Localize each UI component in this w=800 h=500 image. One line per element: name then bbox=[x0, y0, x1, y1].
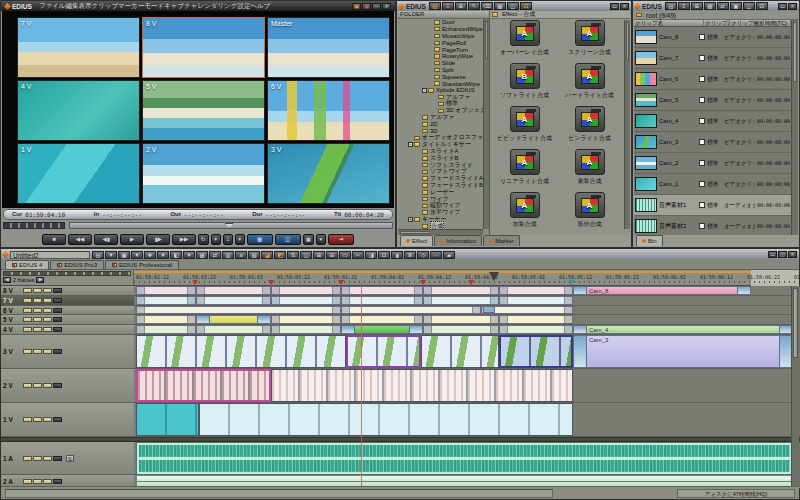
track-header[interactable]: 8 V bbox=[1, 286, 134, 296]
track-mode-button[interactable] bbox=[53, 479, 62, 484]
bin-toolbar-button[interactable]: ⊡ bbox=[756, 2, 768, 10]
timeline-clip[interactable]: Cam_3 bbox=[573, 335, 793, 368]
bin-toolbar-button[interactable]: ▤ bbox=[665, 2, 677, 10]
sequence-tab[interactable]: EDIUS Professional bbox=[105, 260, 179, 269]
track-mode-button[interactable] bbox=[53, 298, 62, 303]
timeline-toolbar-button[interactable]: ✂ bbox=[352, 251, 364, 259]
position-slider-thumb[interactable] bbox=[225, 223, 234, 229]
timeline-toolbar-button[interactable]: ▥ bbox=[222, 251, 234, 259]
column-clip-name[interactable]: クリップ名 bbox=[634, 20, 704, 26]
timeline-clip[interactable] bbox=[423, 296, 499, 305]
bin-toolbar-button[interactable]: ▦ bbox=[704, 2, 716, 10]
bin-toolbar-button[interactable]: ◫ bbox=[743, 2, 755, 10]
track-lock-button[interactable] bbox=[33, 288, 42, 293]
menu-item[interactable]: ヘルプ bbox=[250, 2, 270, 9]
camera-preview-cell[interactable]: 6 V bbox=[267, 80, 390, 141]
clip-checkbox[interactable] bbox=[699, 118, 705, 124]
bin-clip-row[interactable]: Cam_6 標準 ビデオクリップ 00:00:08:00 bbox=[634, 69, 791, 90]
track-header[interactable]: 6 V bbox=[1, 306, 134, 315]
tree-vertical-scrollbar[interactable] bbox=[483, 19, 489, 229]
timeline-clip[interactable] bbox=[136, 296, 196, 305]
palette-toolbar-button[interactable]: ✎ bbox=[468, 2, 480, 10]
track-mode-button[interactable] bbox=[53, 327, 62, 332]
timeline-clip[interactable] bbox=[499, 286, 573, 295]
timeline-clip[interactable] bbox=[341, 315, 423, 324]
transport-button[interactable]: ■ bbox=[42, 234, 66, 245]
transport-button[interactable]: ◀▮ bbox=[94, 234, 118, 245]
menu-item[interactable]: 設定 bbox=[237, 2, 250, 9]
window-control-button[interactable]: ▭ bbox=[610, 3, 619, 10]
tree-item[interactable]: MosaicWipe bbox=[398, 33, 483, 40]
track-patch-button[interactable] bbox=[43, 456, 52, 461]
timeline-clip[interactable] bbox=[271, 325, 341, 334]
tree-item[interactable]: PageRoll bbox=[398, 39, 483, 46]
transport-button[interactable]: ▶ bbox=[120, 234, 144, 245]
effect-item[interactable]: A リニアライト合成 bbox=[494, 149, 556, 192]
timeline-clip[interactable] bbox=[136, 306, 341, 314]
timeline-toolbar-button[interactable]: ▤ bbox=[92, 251, 104, 259]
timeline-clip[interactable] bbox=[271, 369, 573, 402]
timeline-toolbar-button[interactable]: ▼ bbox=[105, 251, 117, 259]
track-patch-button[interactable] bbox=[43, 308, 52, 313]
effect-item[interactable]: A ビビッドライト合成 bbox=[494, 106, 556, 149]
timeline-toolbar-button[interactable]: ⊟ bbox=[326, 251, 338, 259]
timeline-clip[interactable] bbox=[136, 403, 199, 436]
timeline-clip[interactable] bbox=[423, 325, 499, 334]
track-header[interactable]: 7 V bbox=[1, 296, 134, 306]
menu-item[interactable]: キャプチャ bbox=[164, 2, 197, 9]
transport-button[interactable]: ↻ bbox=[198, 234, 209, 245]
bin-tab[interactable]: Bin bbox=[636, 235, 663, 246]
timeline-clip[interactable] bbox=[196, 325, 271, 334]
timeline-toolbar-button[interactable]: ◫ bbox=[300, 251, 312, 259]
timeline-clip[interactable]: Cam_8 bbox=[573, 286, 751, 295]
transport-button[interactable]: ▾ bbox=[211, 234, 221, 245]
timeline-toolbar-button[interactable]: ▧ bbox=[248, 251, 260, 259]
camera-preview-cell[interactable]: 3 V bbox=[267, 143, 390, 204]
timeline-clip[interactable] bbox=[136, 286, 196, 295]
transport-button[interactable]: ◫ bbox=[275, 234, 301, 245]
scale-prev-button[interactable]: ◀ bbox=[3, 277, 11, 283]
cut-marker-icon[interactable] bbox=[468, 280, 474, 285]
clip-checkbox[interactable] bbox=[699, 202, 705, 208]
timeline-clip[interactable] bbox=[499, 296, 573, 305]
timeline-clip[interactable] bbox=[341, 306, 481, 314]
track-lock-button[interactable] bbox=[33, 308, 42, 313]
transport-button[interactable]: ▦ bbox=[247, 234, 273, 245]
track-mute-button[interactable] bbox=[23, 479, 32, 484]
timeline-clip[interactable] bbox=[196, 286, 271, 295]
bin-clip-row[interactable]: 音声素材2 標準 オーディオクリップ 00:00:08:00 bbox=[634, 216, 791, 235]
effect-item[interactable]: A 除外合成 bbox=[559, 192, 621, 235]
column-clip-mark[interactable]: クリップ表示 bbox=[704, 20, 730, 26]
column-clip-type[interactable]: クリップ種別 bbox=[730, 20, 764, 26]
window-control-button[interactable]: ✕ bbox=[382, 3, 391, 10]
timeline-clip[interactable] bbox=[423, 315, 499, 324]
window-control-button[interactable]: ✕ bbox=[620, 3, 629, 10]
tree-item[interactable]: StandardWipe bbox=[398, 80, 483, 87]
track-lock-button[interactable] bbox=[33, 417, 42, 422]
timeline-toolbar-button[interactable]: ▼ bbox=[131, 251, 143, 259]
track-lock-button[interactable] bbox=[33, 317, 42, 322]
tree-item[interactable]: Split bbox=[398, 67, 483, 74]
timeline-clip[interactable] bbox=[271, 315, 341, 324]
track-mute-button[interactable] bbox=[23, 383, 32, 388]
tree-item[interactable]: Slide bbox=[398, 60, 483, 67]
playhead-icon[interactable] bbox=[489, 272, 499, 281]
palette-toolbar-button[interactable]: ◫ bbox=[507, 2, 519, 10]
window-control-button[interactable]: ✕ bbox=[788, 3, 797, 10]
clip-checkbox[interactable] bbox=[699, 160, 705, 166]
timeline-clip[interactable] bbox=[341, 296, 423, 305]
timeline-clip[interactable] bbox=[196, 296, 271, 305]
timeline-toolbar-button[interactable]: ⇅ bbox=[287, 251, 299, 259]
menu-item[interactable]: クリップ bbox=[91, 2, 118, 9]
track-lock-button[interactable] bbox=[33, 298, 42, 303]
timeline-toolbar-button[interactable]: ◪ bbox=[261, 251, 273, 259]
menu-item[interactable]: 編集 bbox=[65, 2, 78, 9]
bin-clip-row[interactable]: Cam_2 標準 ビデオクリップ 00:00:08:00 bbox=[634, 153, 791, 174]
window-control-button[interactable]: — bbox=[372, 3, 381, 10]
scale-next-button[interactable]: ▶ bbox=[36, 277, 44, 283]
tree-item[interactable]: RotaryWipe bbox=[398, 53, 483, 60]
tree-item[interactable]: EnhancedWipe bbox=[398, 26, 483, 33]
window-control-button[interactable]: ▣ bbox=[352, 3, 361, 10]
window-control-button[interactable]: ▭ bbox=[778, 3, 787, 10]
transport-button[interactable]: ▾ bbox=[235, 234, 245, 245]
